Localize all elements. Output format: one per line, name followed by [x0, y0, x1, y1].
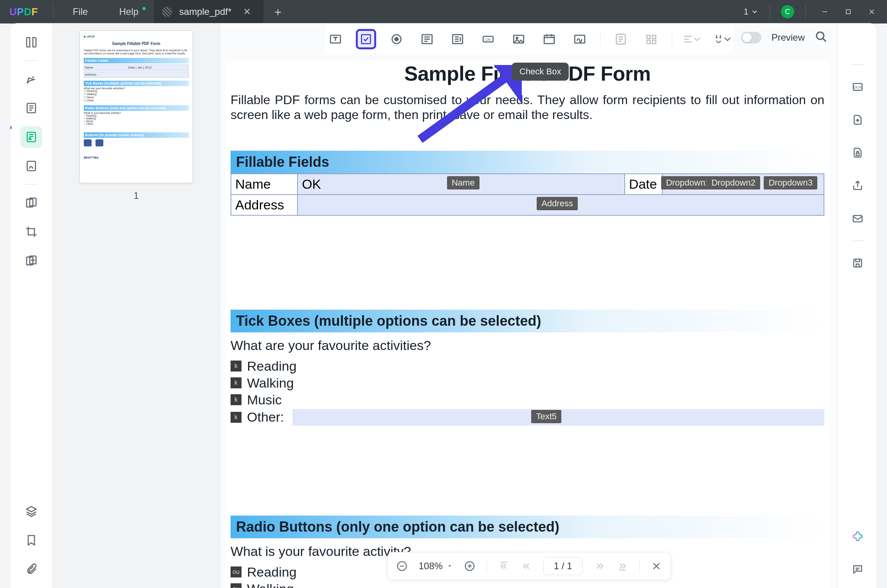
button-tool[interactable]: OK — [478, 29, 498, 49]
radio-button-tool[interactable] — [386, 29, 407, 49]
page-number-input[interactable]: 1 / 1 — [543, 557, 583, 575]
address-field-tag: Address — [537, 197, 578, 210]
text-field-tool[interactable] — [325, 29, 346, 49]
attachments-button[interactable] — [20, 558, 42, 580]
text5-field-tag: Text5 — [531, 410, 561, 423]
tick-option-other[interactable]: kOther: Text5 — [231, 409, 824, 426]
svg-point-12 — [395, 38, 398, 41]
tick-question: What are your favourite activities? — [231, 338, 824, 353]
thumbnail-page-number: 1 — [133, 190, 139, 201]
form-recognition-button[interactable] — [611, 29, 631, 49]
fields-table: Name OK Name Date Dropdown1 Dropdown2 Dr… — [231, 173, 824, 216]
next-page-button[interactable] — [594, 560, 606, 572]
form-field-toolbar: OK — [325, 25, 733, 53]
document-tab[interactable]: sample_pdf* ✕ — [154, 0, 263, 23]
image-field-tool[interactable] — [508, 29, 529, 49]
field-order-button[interactable] — [641, 29, 662, 49]
tick-option-walking[interactable]: kWalking — [231, 375, 824, 391]
crop-pages-button[interactable] — [20, 221, 42, 243]
checkbox-tool[interactable] — [356, 29, 376, 49]
user-avatar[interactable]: C — [781, 5, 794, 18]
zoom-in-button[interactable] — [464, 560, 476, 572]
separator — [600, 32, 600, 47]
comment-tool-button[interactable] — [20, 68, 42, 90]
ai-assistant-button[interactable] — [847, 525, 869, 547]
left-sidebar — [10, 23, 52, 588]
menu-help[interactable]: Help — [103, 6, 154, 17]
separator — [25, 60, 38, 61]
section-tick-boxes: Tick Boxes (multiple options can be sele… — [231, 310, 824, 332]
date-field[interactable]: Dropdown1 Dropdown2 Dropdown3 — [662, 174, 824, 195]
more-tools-button[interactable] — [713, 29, 733, 49]
last-page-button[interactable] — [617, 560, 628, 572]
email-button[interactable] — [847, 207, 869, 229]
ocr-button[interactable]: OCR — [847, 76, 869, 98]
maximize-button[interactable] — [840, 5, 856, 18]
close-tab-button[interactable]: ✕ — [238, 6, 256, 17]
preview-label: Preview — [772, 32, 805, 43]
prepare-form-button[interactable] — [20, 126, 42, 148]
other-text-field[interactable]: Text5 — [292, 409, 824, 426]
radio-option-walking[interactable]: ouWalking — [231, 581, 824, 588]
zoom-out-button[interactable] — [396, 560, 407, 572]
svg-rect-33 — [853, 216, 862, 222]
separator — [805, 4, 806, 19]
right-sidebar: OCR — [838, 23, 877, 588]
dropdown2-tag: Dropdown2 — [707, 176, 760, 189]
list-box-tool[interactable] — [447, 29, 468, 49]
svg-rect-3 — [29, 138, 31, 140]
preview-toggle[interactable] — [741, 32, 761, 43]
zoom-dropdown[interactable]: 108% — [418, 561, 453, 572]
menu-file[interactable]: File — [57, 6, 104, 17]
fill-sign-button[interactable] — [20, 155, 42, 177]
new-tab-button[interactable]: ＋ — [263, 4, 292, 20]
svg-rect-10 — [361, 35, 370, 44]
section-radio-buttons: Radio Buttons (only one option can be se… — [231, 516, 824, 538]
separator — [53, 4, 53, 19]
svg-rect-23 — [652, 35, 656, 38]
search-button[interactable] — [815, 31, 828, 45]
svg-rect-0 — [846, 10, 851, 14]
page-navigation-bar: 108% 1 / 1 — [387, 552, 671, 580]
form-mode-icon — [162, 7, 172, 17]
alignment-button[interactable] — [682, 29, 703, 49]
separator — [25, 184, 38, 185]
tick-option-reading[interactable]: kReading — [231, 359, 824, 374]
export-button[interactable] — [847, 109, 869, 131]
section-fillable-fields: Fillable Fields — [231, 151, 824, 173]
close-nav-button[interactable] — [651, 560, 662, 572]
svg-rect-22 — [647, 35, 650, 38]
date-label: Date — [625, 174, 663, 195]
checkbox-tooltip: Check Box — [512, 63, 569, 81]
date-field-tool[interactable] — [539, 29, 559, 49]
pdf-page[interactable]: Sample Fillable PDF Form Fillable PDF fo… — [225, 60, 830, 588]
separator — [851, 64, 864, 65]
address-field[interactable]: Address — [297, 195, 824, 215]
edit-pdf-button[interactable] — [20, 97, 42, 119]
page-thumbnail[interactable]: ■ UPDF Sample Fillable PDF Form Fillable… — [79, 31, 193, 183]
layers-button[interactable] — [20, 500, 42, 522]
share-button[interactable] — [847, 175, 869, 197]
name-field[interactable]: OK Name — [297, 174, 624, 195]
tick-option-music[interactable]: kMusic — [231, 392, 824, 408]
feedback-button[interactable] — [847, 558, 869, 580]
protect-button[interactable] — [847, 142, 869, 164]
dropdown-tool[interactable] — [417, 29, 437, 49]
title-bar: UPDF File Help sample_pdf* ✕ ＋ 1 C — [0, 0, 887, 23]
svg-rect-24 — [647, 40, 650, 44]
prev-page-button[interactable] — [521, 560, 532, 572]
minimize-button[interactable] — [817, 5, 833, 18]
window-page-indicator[interactable]: 1 — [744, 7, 759, 17]
close-window-button[interactable] — [864, 5, 880, 18]
organize-pages-button[interactable] — [20, 192, 42, 214]
bookmarks-button[interactable] — [20, 529, 42, 551]
name-field-tag: Name — [447, 176, 480, 189]
signature-field-tool[interactable] — [570, 29, 590, 49]
save-button[interactable] — [847, 252, 869, 274]
svg-point-18 — [516, 37, 517, 39]
redact-button[interactable] — [20, 250, 42, 272]
first-page-button[interactable] — [498, 560, 510, 572]
radio-icon: ou — [231, 566, 242, 577]
svg-rect-25 — [652, 40, 656, 44]
reader-mode-button[interactable] — [20, 31, 42, 53]
